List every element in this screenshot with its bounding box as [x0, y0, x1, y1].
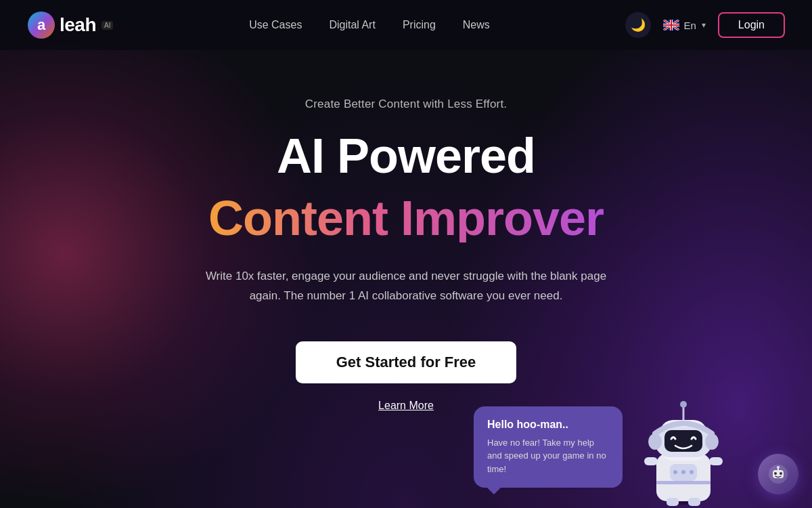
svg-rect-10 — [663, 24, 679, 26]
svg-point-23 — [690, 470, 694, 474]
robot-illustration — [636, 393, 731, 508]
svg-rect-25 — [688, 498, 700, 506]
svg-point-22 — [681, 470, 685, 474]
chat-bubble: Hello hoo-man.. Have no fear! Take my he… — [474, 406, 623, 488]
nav-pricing[interactable]: Pricing — [403, 19, 436, 30]
chat-bot-icon — [767, 463, 789, 485]
svg-text:a: a — [37, 16, 46, 33]
bottom-area: Hello hoo-man.. Have no fear! Take my he… — [474, 393, 731, 508]
nav-right: 🌙 En ▾ Login — [625, 12, 785, 38]
learn-more-link[interactable]: Learn More — [378, 400, 434, 412]
flag-icon — [663, 20, 679, 30]
lang-label: En — [683, 20, 696, 31]
svg-point-31 — [774, 472, 777, 475]
chevron-down-icon: ▾ — [702, 20, 706, 30]
get-started-button[interactable]: Get Started for Free — [296, 341, 517, 383]
logo-wordmark: leah — [60, 14, 96, 36]
svg-rect-28 — [656, 481, 710, 484]
nav-links: Use Cases Digital Art Pricing News — [249, 19, 490, 31]
logo[interactable]: a leah AI — [27, 11, 113, 39]
svg-point-32 — [780, 472, 782, 475]
login-button[interactable]: Login — [718, 12, 785, 38]
logo-ai-badge: AI — [102, 21, 113, 30]
hero-section: Create Better Content with Less Effort. … — [0, 50, 812, 412]
hero-description: Write 10x faster, engage your audience a… — [196, 267, 616, 306]
logo-icon: a — [27, 11, 55, 39]
dark-mode-toggle[interactable]: 🌙 — [625, 12, 651, 38]
svg-point-21 — [673, 470, 677, 474]
svg-point-34 — [777, 466, 780, 469]
nav-digital-art[interactable]: Digital Art — [329, 19, 375, 30]
language-selector[interactable]: En ▾ — [663, 20, 705, 31]
svg-point-19 — [680, 401, 687, 408]
hero-headline-gradient: Content Improver — [208, 194, 604, 242]
svg-rect-24 — [667, 498, 679, 506]
navbar: a leah AI Use Cases Digital Art Pricing … — [0, 0, 812, 50]
svg-rect-27 — [709, 457, 723, 465]
hero-tagline: Create Better Content with Less Effort. — [305, 98, 508, 111]
hero-headline-white: AI Powered — [277, 131, 535, 180]
svg-rect-26 — [644, 457, 658, 465]
chat-bubble-text: Have no fear! Take my help and speed up … — [487, 436, 609, 476]
nav-use-cases[interactable]: Use Cases — [249, 19, 302, 30]
chat-bubble-title: Hello hoo-man.. — [487, 419, 609, 431]
chat-float-button[interactable] — [758, 454, 798, 494]
nav-news[interactable]: News — [463, 19, 490, 30]
